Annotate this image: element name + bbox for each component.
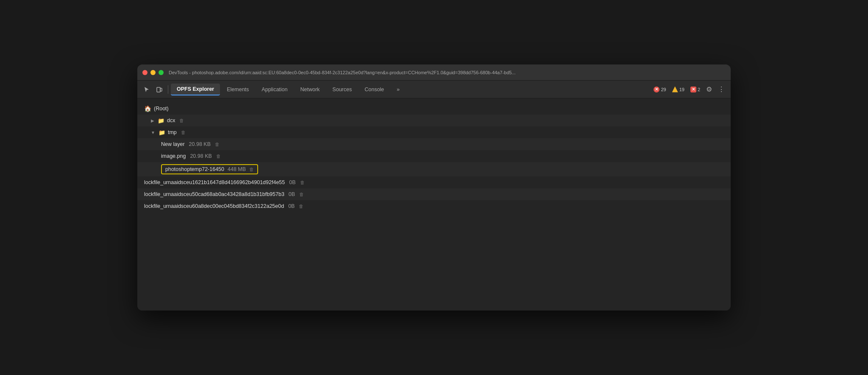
trash-icon[interactable]: 🗑 bbox=[249, 167, 254, 172]
list-item[interactable]: lockfile_urnaaidsceu60a8dec00ec045bd834f… bbox=[137, 200, 731, 212]
window-title: DevTools - photoshop.adobe.com/id/urn:aa… bbox=[169, 70, 726, 75]
folder-icon: 📁 bbox=[159, 129, 165, 136]
tab-console[interactable]: Console bbox=[359, 84, 390, 95]
trash-icon[interactable]: 🗑 bbox=[300, 180, 305, 185]
list-item[interactable]: lockfile_urnaaidsceu1621b1647d8d4166962b… bbox=[137, 176, 731, 188]
file-size-label: 448 MB bbox=[228, 166, 246, 172]
trash-icon[interactable]: 🗑 bbox=[215, 142, 220, 147]
file-size-label: 0B bbox=[289, 179, 295, 185]
tab-elements[interactable]: Elements bbox=[221, 84, 255, 95]
list-item[interactable]: ▼ 📁 tmp 🗑 bbox=[137, 126, 731, 138]
file-size-label: 0B bbox=[288, 203, 295, 209]
device-icon-button[interactable] bbox=[153, 84, 165, 95]
minimize-button[interactable] bbox=[150, 70, 156, 75]
file-name-label: dcx bbox=[167, 118, 175, 123]
file-name-label: lockfile_urnaaidsceu1621b1647d8d4166962b… bbox=[144, 179, 285, 185]
list-item[interactable]: ▶ 📁 dcx 🗑 bbox=[137, 115, 731, 126]
source-count: 2 bbox=[698, 87, 700, 92]
trash-icon[interactable]: 🗑 bbox=[299, 192, 304, 197]
warning-badge-button[interactable]: 19 bbox=[670, 85, 687, 94]
root-label: (Root) bbox=[154, 106, 169, 112]
highlighted-file-row: photoshoptemp72-16450 448 MB 🗑 bbox=[161, 164, 258, 174]
trash-icon[interactable]: 🗑 bbox=[179, 118, 184, 123]
svg-rect-0 bbox=[157, 87, 160, 92]
file-name-label: tmp bbox=[168, 129, 177, 135]
file-name-label: image.png bbox=[161, 153, 186, 159]
list-item[interactable]: New layer 20.98 KB 🗑 bbox=[137, 138, 731, 150]
tab-network[interactable]: Network bbox=[295, 84, 326, 95]
folder-icon: 📁 bbox=[158, 118, 164, 124]
file-size-label: 20.98 KB bbox=[190, 153, 211, 159]
maximize-button[interactable] bbox=[159, 70, 164, 75]
title-bar: DevTools - photoshop.adobe.com/id/urn:aa… bbox=[137, 64, 731, 81]
source-error-icon: ✕ bbox=[690, 87, 696, 92]
trash-icon[interactable]: 🗑 bbox=[216, 154, 221, 159]
tab-sources[interactable]: Sources bbox=[326, 84, 358, 95]
source-error-badge-button[interactable]: ✕ 2 bbox=[688, 85, 703, 94]
content-area: 🏠 (Root) ▶ 📁 dcx 🗑 ▼ 📁 tmp 🗑 New layer 2… bbox=[137, 98, 731, 311]
chevron-down-icon: ▼ bbox=[151, 130, 155, 135]
tab-application[interactable]: Application bbox=[256, 84, 293, 95]
file-tree: 🏠 (Root) ▶ 📁 dcx 🗑 ▼ 📁 tmp 🗑 New layer 2… bbox=[137, 98, 731, 216]
cursor-icon-button[interactable] bbox=[141, 84, 153, 95]
more-options-button[interactable]: ⋮ bbox=[715, 84, 727, 95]
file-size-label: 0B bbox=[289, 191, 295, 197]
toolbar-divider bbox=[168, 85, 168, 94]
close-button[interactable] bbox=[142, 70, 147, 75]
toolbar: OPFS Explorer Elements Application Netwo… bbox=[137, 81, 731, 98]
file-name-label: lockfile_urnaaidsceu60a8dec00ec045bd834f… bbox=[144, 203, 284, 209]
settings-button[interactable]: ⚙ bbox=[704, 84, 715, 95]
tab-more[interactable]: » bbox=[391, 84, 406, 95]
error-icon: ✕ bbox=[654, 87, 659, 92]
tree-root[interactable]: 🏠 (Root) bbox=[137, 103, 731, 115]
svg-rect-1 bbox=[160, 88, 162, 91]
list-item[interactable]: image.png 20.98 KB 🗑 bbox=[137, 150, 731, 162]
list-item[interactable]: photoshoptemp72-16450 448 MB 🗑 bbox=[137, 162, 731, 176]
list-item[interactable]: lockfile_urnaaidsceu50cad68ab0ac43428a8d… bbox=[137, 188, 731, 200]
chevron-right-icon: ▶ bbox=[151, 118, 154, 123]
trash-icon[interactable]: 🗑 bbox=[299, 204, 303, 209]
warning-icon bbox=[672, 87, 678, 92]
trash-icon[interactable]: 🗑 bbox=[181, 130, 186, 135]
file-name-label: photoshoptemp72-16450 bbox=[165, 166, 224, 172]
tab-opfs-explorer[interactable]: OPFS Explorer bbox=[171, 84, 220, 95]
file-name-label: New layer bbox=[161, 141, 185, 147]
error-count: 29 bbox=[661, 87, 666, 92]
error-badge-button[interactable]: ✕ 29 bbox=[651, 85, 668, 94]
warning-count: 19 bbox=[679, 87, 684, 92]
file-size-label: 20.98 KB bbox=[189, 141, 211, 147]
devtools-window: DevTools - photoshop.adobe.com/id/urn:aa… bbox=[137, 64, 731, 311]
file-name-label: lockfile_urnaaidsceu50cad68ab0ac43428a8d… bbox=[144, 191, 284, 197]
traffic-lights bbox=[142, 70, 164, 75]
root-icon: 🏠 bbox=[144, 105, 151, 112]
